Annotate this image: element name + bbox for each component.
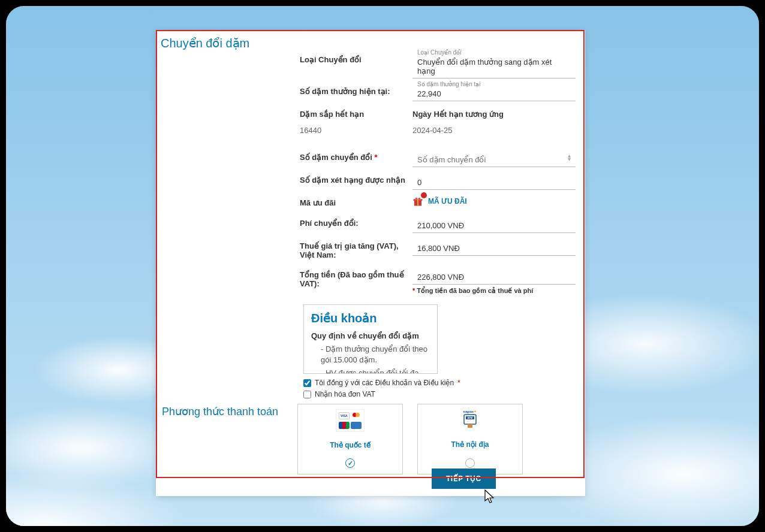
- label-convert-type: Loại Chuyển đổi: [300, 50, 412, 64]
- value-total: 226,800 VNĐ: [412, 265, 576, 285]
- label-qualifying-recv: Số dặm xét hạng được nhận: [300, 171, 412, 185]
- svg-text:ATM: ATM: [468, 416, 473, 419]
- section-title-payment: Phương thức thanh toán: [162, 404, 297, 474]
- promo-link[interactable]: MÃ ƯU ĐÃI: [428, 197, 467, 205]
- label-promo: Mã ưu đãi: [300, 194, 412, 207]
- agree-checkbox[interactable]: [303, 379, 311, 387]
- napas-atm-icon: napas✦ ATM: [458, 409, 482, 431]
- float-convert-type: Loại Chuyển đổi: [417, 49, 462, 56]
- section-title-convert: Chuyển đổi dặm: [156, 30, 585, 50]
- label-expiry-date: Ngày Hết hạn tương ứng: [412, 105, 576, 119]
- value-vat: 16,800 VNĐ: [412, 237, 576, 256]
- agree-label: Tôi đồng ý với các Điều khoản và Điều ki…: [315, 379, 454, 387]
- pay-option-intl[interactable]: VISA Thẻ quốc tế: [297, 404, 403, 474]
- label-miles-to-convert: Số dặm chuyển đổi *: [300, 148, 412, 162]
- pay-intl-label: Thẻ quốc tế: [330, 441, 371, 449]
- terms-subtitle: Quy định về chuyển đổi dặm: [311, 331, 430, 340]
- chevron-updown-icon: ▴▾: [566, 154, 572, 161]
- vat-invoice-checkbox[interactable]: [303, 391, 311, 398]
- terms-title: Điều khoản: [311, 311, 430, 325]
- miles-to-convert-select[interactable]: [412, 148, 576, 167]
- value-expiring: 16440: [300, 122, 412, 135]
- gift-icon: [412, 196, 423, 207]
- pay-intl-radio[interactable]: [345, 458, 355, 468]
- svg-rect-2: [417, 199, 418, 205]
- pay-dom-label: Thẻ nội địa: [451, 440, 489, 449]
- pay-dom-radio[interactable]: [465, 458, 475, 468]
- float-current-miles: Số dặm thưởng hiện tại: [417, 81, 480, 87]
- terms-box: Điều khoản Quy định về chuyển đổi dặm - …: [303, 304, 438, 374]
- label-fee: Phí chuyển đổi:: [300, 214, 412, 228]
- terms-item: - HV được chuyển đổi tối đa 300.000 dặm …: [311, 368, 430, 374]
- value-expiry-date: 2024-04-25: [412, 122, 453, 135]
- pay-option-dom[interactable]: napas✦ ATM Thẻ nội địa: [417, 404, 523, 474]
- label-vat: Thuế giá trị gia tăng (VAT), Việt Nam:: [300, 237, 412, 259]
- continue-button[interactable]: TIẾP TỤC: [432, 468, 496, 489]
- label-total: Tổng tiền (Đã bao gồm thuế VAT):: [300, 265, 412, 288]
- qualifying-recv-input[interactable]: [412, 171, 576, 190]
- main-card: Chuyển đổi dặm Loại Chuyển đổi Loại Chuy…: [156, 30, 585, 496]
- svg-rect-6: [468, 424, 472, 428]
- card-logos-icon: VISA: [336, 409, 365, 432]
- value-fee: 210,000 VNĐ: [412, 214, 576, 233]
- label-current-miles: Số dặm thưởng hiện tại:: [300, 82, 412, 96]
- vat-invoice-label: Nhận hóa đơn VAT: [315, 390, 375, 398]
- total-note: Tổng tiền đã bao gồm cả thuế và phí: [417, 287, 533, 294]
- terms-item: - Dặm thưởng chuyển đổi theo gói 15.000 …: [311, 344, 430, 365]
- label-expiring: Dặm sắp hết hạn: [300, 105, 412, 119]
